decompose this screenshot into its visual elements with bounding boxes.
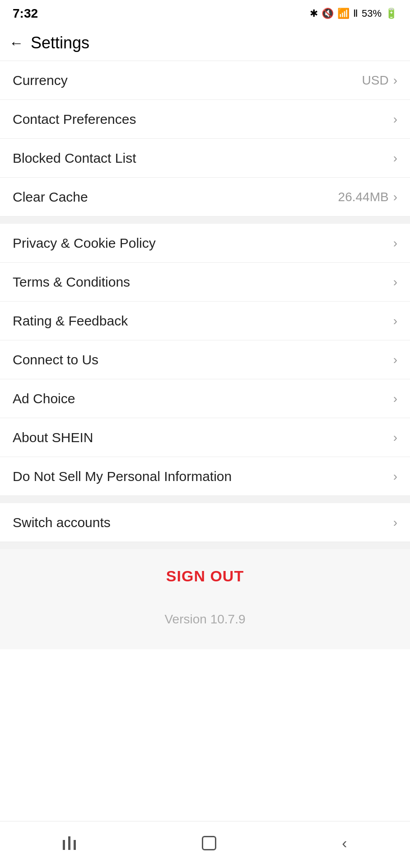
privacy-policy-label: Privacy & Cookie Policy	[13, 236, 156, 251]
currency-label: Currency	[13, 73, 68, 88]
section-divider-2	[0, 496, 410, 503]
nav-home-icon	[202, 836, 216, 850]
nav-bar: ‹	[0, 821, 410, 868]
settings-item-contact-prefs[interactable]: Contact Preferences ›	[0, 100, 410, 139]
about-right: ›	[393, 430, 397, 445]
about-label: About SHEIN	[13, 430, 93, 445]
currency-right: USD ›	[362, 73, 397, 88]
chevron-icon: ›	[393, 275, 397, 289]
contact-prefs-right: ›	[393, 112, 397, 127]
settings-group-main: Currency USD › Contact Preferences › Blo…	[0, 61, 410, 217]
chevron-icon: ›	[393, 236, 397, 250]
chevron-icon: ›	[393, 190, 397, 204]
back-button[interactable]: ←	[9, 35, 23, 52]
ad-choice-right: ›	[393, 392, 397, 406]
settings-item-privacy-policy[interactable]: Privacy & Cookie Policy ›	[0, 224, 410, 263]
ad-choice-label: Ad Choice	[13, 391, 75, 406]
chevron-icon: ›	[393, 73, 397, 88]
page-title: Settings	[31, 33, 89, 52]
settings-group-account: Switch accounts ›	[0, 503, 410, 542]
settings-item-rating[interactable]: Rating & Feedback ›	[0, 302, 410, 340]
battery-text: 53%	[362, 8, 382, 19]
settings-item-about[interactable]: About SHEIN ›	[0, 418, 410, 457]
header: ← Settings	[0, 25, 410, 61]
settings-item-terms[interactable]: Terms & Conditions ›	[0, 263, 410, 302]
clear-cache-right: 26.44MB ›	[338, 190, 397, 204]
rating-right: ›	[393, 314, 397, 328]
chevron-icon: ›	[393, 151, 397, 165]
settings-item-currency[interactable]: Currency USD ›	[0, 61, 410, 100]
bluetooth-icon: ✱	[310, 8, 318, 19]
status-time: 7:32	[13, 6, 38, 21]
nav-menu-icon	[63, 836, 76, 850]
connect-label: Connect to Us	[13, 352, 98, 368]
chevron-icon: ›	[393, 392, 397, 406]
settings-item-connect[interactable]: Connect to Us ›	[0, 340, 410, 379]
do-not-sell-right: ›	[393, 469, 397, 484]
terms-label: Terms & Conditions	[13, 274, 130, 290]
status-icons: ✱ 🔇 📶 Ⅱ 53% 🔋	[310, 8, 397, 19]
switch-accounts-right: ›	[393, 515, 397, 530]
do-not-sell-label: Do Not Sell My Personal Information	[13, 469, 232, 484]
clear-cache-label: Clear Cache	[13, 189, 88, 205]
cache-size-value: 26.44MB	[338, 190, 389, 204]
mute-icon: 🔇	[321, 8, 334, 19]
connect-right: ›	[393, 353, 397, 367]
chevron-icon: ›	[393, 469, 397, 484]
settings-item-clear-cache[interactable]: Clear Cache 26.44MB ›	[0, 178, 410, 217]
chevron-icon: ›	[393, 430, 397, 445]
settings-list: Currency USD › Contact Preferences › Blo…	[0, 61, 410, 821]
rating-label: Rating & Feedback	[13, 313, 128, 329]
settings-item-switch-accounts[interactable]: Switch accounts ›	[0, 503, 410, 542]
chevron-icon: ›	[393, 515, 397, 530]
sign-out-container: SIGN OUT	[0, 549, 410, 603]
settings-item-blocked-contacts[interactable]: Blocked Contact List ›	[0, 139, 410, 178]
currency-value: USD	[362, 73, 389, 88]
section-divider-3	[0, 542, 410, 549]
settings-group-legal: Privacy & Cookie Policy › Terms & Condit…	[0, 224, 410, 496]
chevron-icon: ›	[393, 353, 397, 367]
nav-menu-button[interactable]	[45, 833, 94, 854]
blocked-contacts-right: ›	[393, 151, 397, 165]
chevron-icon: ›	[393, 314, 397, 328]
contact-prefs-label: Contact Preferences	[13, 112, 136, 127]
status-bar: 7:32 ✱ 🔇 📶 Ⅱ 53% 🔋	[0, 0, 410, 25]
privacy-policy-right: ›	[393, 236, 397, 250]
switch-accounts-label: Switch accounts	[13, 515, 111, 530]
nav-back-button[interactable]: ‹	[324, 830, 365, 855]
blocked-contacts-label: Blocked Contact List	[13, 151, 136, 166]
sign-out-button[interactable]: SIGN OUT	[166, 567, 244, 585]
settings-item-do-not-sell[interactable]: Do Not Sell My Personal Information ›	[0, 457, 410, 496]
terms-right: ›	[393, 275, 397, 289]
signal-icon: Ⅱ	[353, 8, 358, 19]
nav-home-button[interactable]	[184, 832, 234, 854]
settings-item-ad-choice[interactable]: Ad Choice ›	[0, 379, 410, 418]
chevron-icon: ›	[393, 112, 397, 127]
version-label: Version 10.7.9	[164, 612, 245, 627]
version-container: Version 10.7.9	[0, 603, 410, 649]
battery-icon: 🔋	[385, 8, 397, 19]
wifi-icon: 📶	[337, 8, 349, 19]
section-divider-1	[0, 217, 410, 224]
nav-back-icon: ‹	[342, 834, 347, 851]
